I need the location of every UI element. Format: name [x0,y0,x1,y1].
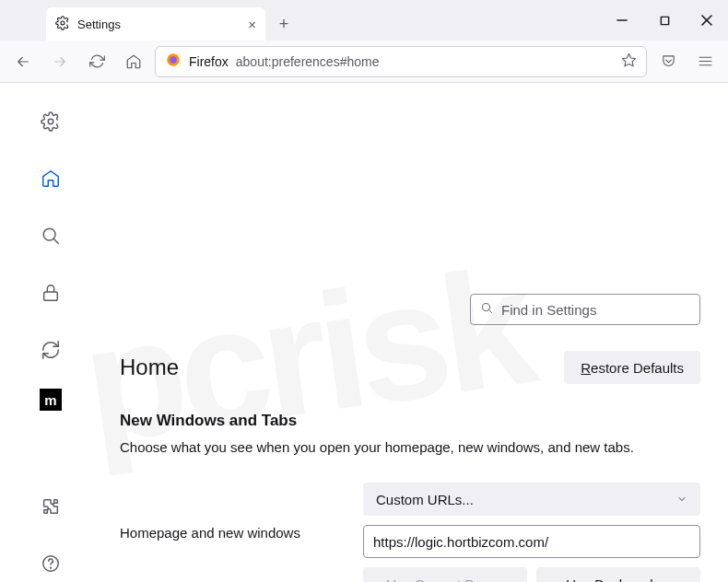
url-path: about:preferences#home [236,54,380,69]
svg-point-11 [48,119,53,124]
sidebar-search-icon[interactable] [32,217,69,254]
sidebar-mozilla-icon[interactable]: m [40,389,62,411]
svg-line-13 [53,239,58,243]
page-title: Home [120,355,179,380]
homepage-dropdown[interactable]: Custom URLs... [363,483,700,516]
svg-rect-14 [44,292,58,300]
gear-icon [55,16,70,33]
search-placeholder: Find in Settings [501,302,596,318]
close-window-button[interactable] [686,0,728,41]
minimize-button[interactable] [601,0,643,41]
reload-button[interactable] [81,46,112,77]
tab-title: Settings [77,17,121,31]
pocket-button[interactable] [652,46,684,77]
svg-rect-2 [661,17,668,24]
use-current-pages-button[interactable]: Use Current Pages [363,567,527,582]
sidebar-privacy-icon[interactable] [32,274,69,311]
url-prefix: Firefox [189,54,229,69]
browser-tab[interactable]: Settings × [46,7,265,41]
svg-line-18 [488,309,491,312]
svg-point-16 [51,567,52,568]
homepage-dropdown-value: Custom URLs... [376,492,474,507]
settings-sidebar: m [0,83,101,582]
sidebar-home-icon[interactable] [32,160,69,197]
section-new-windows-title: New Windows and Tabs [120,412,700,430]
firefox-icon [165,52,182,71]
close-tab-icon[interactable]: × [248,17,256,32]
bookmark-star-icon[interactable] [621,52,637,71]
maximize-button[interactable] [643,0,686,41]
home-toolbar-button[interactable] [118,46,149,77]
sidebar-extensions-icon[interactable] [32,488,69,525]
use-bookmark-button[interactable]: Use Bookmark… [536,567,700,582]
sidebar-sync-icon[interactable] [32,332,69,368]
forward-button[interactable] [44,46,76,77]
search-icon [480,301,494,318]
back-button[interactable] [7,46,39,77]
chevron-down-icon [676,492,687,507]
homepage-label: Homepage and new windows [120,483,348,541]
find-in-settings[interactable]: Find in Settings [470,294,700,325]
restore-defaults-button[interactable]: Restore Defaults [564,351,700,384]
section-new-windows-desc: Choose what you see when you open your h… [120,437,700,457]
svg-marker-7 [622,53,635,65]
menu-button[interactable] [689,46,721,77]
svg-point-6 [170,56,177,64]
homepage-url-input[interactable] [363,525,700,558]
sidebar-general-icon[interactable] [32,103,69,140]
new-tab-button[interactable]: + [269,9,299,39]
url-bar[interactable]: Firefox about:preferences#home [155,46,647,77]
svg-point-0 [61,21,65,25]
sidebar-help-icon[interactable] [32,545,69,582]
